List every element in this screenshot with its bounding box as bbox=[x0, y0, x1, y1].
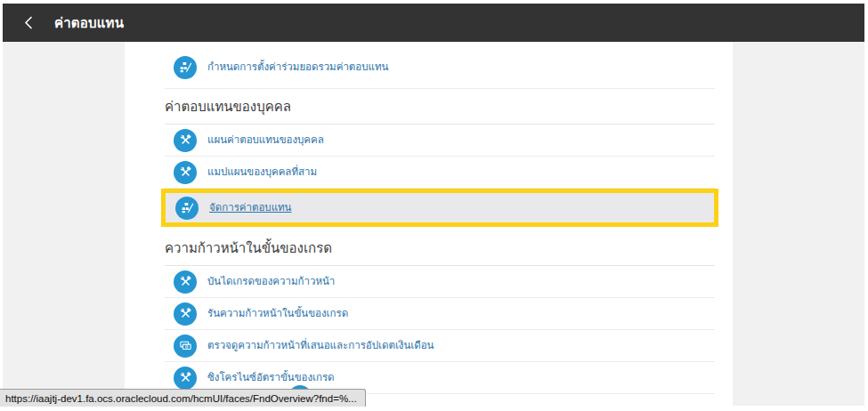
crossed-tools-icon bbox=[174, 161, 197, 184]
crossed-tools-icon bbox=[174, 302, 197, 326]
task-item-row[interactable]: ตรวจดูความก้าวหน้าที่เสนอและการอัปเดตเงิ… bbox=[165, 330, 715, 362]
task-list: กำหนดการตั้งค่าร่วมยอดรวมค่าตอบแทนค่าตอบ… bbox=[165, 42, 715, 394]
org-chart-pencil-icon bbox=[174, 56, 197, 79]
highlight-outline: จัดการค่าตอบแทน bbox=[161, 189, 718, 227]
task-item-row[interactable]: กำหนดการตั้งค่าร่วมยอดรวมค่าตอบแทน bbox=[165, 46, 715, 89]
page-title: ค่าตอบแทน bbox=[54, 12, 124, 34]
task-item-row[interactable]: แผนค่าตอบแทนของบุคคล bbox=[165, 125, 715, 157]
task-link[interactable]: ตรวจดูความก้าวหน้าที่เสนอและการอัปเดตเงิ… bbox=[207, 340, 434, 351]
task-item-row[interactable]: จัดการค่าตอบแทน bbox=[166, 193, 714, 222]
task-link[interactable]: แมปแผนของบุคคลที่สาม bbox=[207, 166, 317, 178]
banknotes-icon bbox=[174, 334, 197, 358]
app-header: ค่าตอบแทน bbox=[3, 4, 864, 42]
task-link[interactable]: จัดการค่าตอบแทน bbox=[209, 202, 291, 214]
tasks-panel: กำหนดการตั้งค่าร่วมยอดรวมค่าตอบแทนค่าตอบ… bbox=[125, 42, 733, 406]
task-item-row[interactable]: บันไดเกรดของความก้าวหน้า bbox=[165, 266, 715, 298]
section-header-label: ค่าตอบแทนของบุคคล bbox=[165, 96, 291, 117]
task-link[interactable]: รันความก้าวหน้าในขั้นของเกรด bbox=[207, 308, 348, 319]
crossed-tools-icon bbox=[174, 270, 197, 294]
task-item-row[interactable]: รันความก้าวหน้าในขั้นของเกรด bbox=[165, 298, 715, 330]
crossed-tools-icon bbox=[174, 129, 197, 152]
task-link[interactable]: แผนค่าตอบแทนของบุคคล bbox=[207, 134, 324, 146]
section-header: ค่าตอบแทนของบุคคล bbox=[165, 89, 715, 125]
task-link[interactable]: กำหนดการตั้งค่าร่วมยอดรวมค่าตอบแทน bbox=[207, 61, 388, 73]
task-link[interactable]: บันไดเกรดของความก้าวหน้า bbox=[207, 276, 335, 287]
task-link[interactable]: ซิงโครไนซ์อัตราขั้นของเกรด bbox=[207, 372, 335, 383]
task-item-row[interactable]: แมปแผนของบุคคลที่สาม bbox=[165, 157, 715, 189]
section-header: ความก้าวหน้าในขั้นของเกรด bbox=[165, 227, 715, 266]
status-bar-url: https://iaajtj-dev1.fa.ocs.oraclecloud.c… bbox=[0, 389, 366, 407]
back-chevron-icon[interactable] bbox=[17, 12, 40, 35]
org-chart-pencil-icon bbox=[175, 197, 199, 220]
crossed-tools-icon bbox=[174, 367, 197, 390]
section-header-label: ความก้าวหน้าในขั้นของเกรด bbox=[165, 238, 332, 259]
